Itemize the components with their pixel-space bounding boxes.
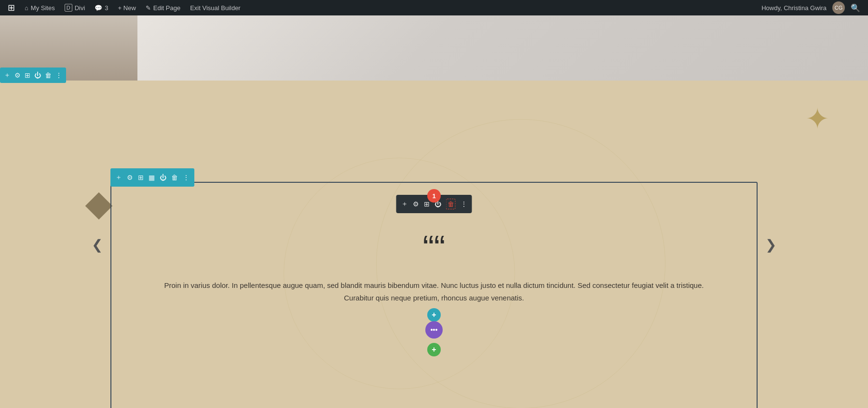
section-duplicate-icon[interactable]: ⊞	[138, 174, 144, 181]
my-sites-label: My Sites	[31, 4, 55, 12]
exit-vb-label: Exit Visual Builder	[190, 4, 241, 12]
section-delete-icon[interactable]: 🗑	[171, 174, 178, 181]
admin-bar: ⊞ ⌂ My Sites D Divi 💬 3 + New ✎ Edit Pag…	[0, 0, 868, 15]
deco-star: ✦	[805, 105, 829, 134]
divi-icon: D	[65, 4, 72, 12]
row-duplicate-icon[interactable]: ⊞	[25, 71, 30, 79]
add-button-top[interactable]: +	[427, 308, 441, 322]
my-sites-menu[interactable]: ⌂ My Sites	[21, 0, 59, 15]
section-settings-icon[interactable]: ⚙	[127, 174, 133, 181]
edit-page-label: Edit Page	[153, 4, 180, 12]
deco-diamond	[85, 192, 113, 220]
search-icon[interactable]: 🔍	[847, 3, 864, 13]
section-more-icon[interactable]: ⋮	[183, 174, 190, 181]
top-strip	[0, 15, 868, 81]
edit-page-btn[interactable]: ✎ Edit Page	[142, 0, 184, 15]
wp-logo[interactable]: ⊞	[4, 0, 19, 15]
more-options-button[interactable]: •••	[425, 321, 443, 339]
testimonial-box: ““ Proin in varius dolor. In pellentesqu…	[110, 182, 758, 408]
section-disable-icon[interactable]: ⏻	[160, 174, 166, 181]
row-delete-icon[interactable]: 🗑	[45, 71, 52, 79]
section-columns-icon[interactable]: ▦	[149, 174, 155, 181]
admin-bar-right: Howdy, Christina Gwira CG 🔍	[758, 1, 864, 14]
module-settings-icon[interactable]: ⚙	[413, 200, 419, 208]
top-image-right	[137, 15, 868, 81]
nav-arrow-left[interactable]: ❮	[92, 237, 103, 253]
row-add-icon[interactable]: ＋	[4, 71, 11, 80]
page-content: ＋ ⚙ ⊞ ⏻ 🗑 ⋮ ✦ ＋ ⚙ ⊞ ▦ ⏻ 🗑 ⋮ ““ Proin	[0, 15, 868, 408]
section-toolbar[interactable]: ＋ ⚙ ⊞ ▦ ⏻ 🗑 ⋮	[110, 168, 194, 187]
edit-icon: ✎	[146, 4, 151, 12]
comment-icon: 💬	[95, 4, 102, 12]
section-add-icon[interactable]: ＋	[115, 173, 122, 182]
nav-arrow-right[interactable]: ❯	[765, 237, 776, 253]
divi-label: Divi	[75, 4, 85, 12]
main-content: ✦ ＋ ⚙ ⊞ ▦ ⏻ 🗑 ⋮ ““ Proin in varius dolor…	[0, 81, 868, 408]
module-duplicate-icon[interactable]: ⊞	[424, 200, 430, 208]
exit-vb-btn[interactable]: Exit Visual Builder	[186, 0, 244, 15]
row-more-icon[interactable]: ⋮	[55, 71, 62, 79]
row-disable-icon[interactable]: ⏻	[34, 71, 41, 79]
howdy-label: Howdy, Christina Gwira	[758, 4, 830, 12]
divi-menu[interactable]: D Divi	[61, 0, 89, 15]
quote-marks: ““	[111, 231, 757, 265]
my-sites-icon: ⌂	[25, 4, 28, 12]
count-badge: 1	[427, 189, 441, 203]
module-more-icon[interactable]: ⋮	[461, 200, 467, 208]
new-label: + New	[118, 4, 136, 12]
comments-count: 3	[105, 4, 108, 12]
comments-menu[interactable]: 💬 3	[91, 0, 112, 15]
add-button-bottom[interactable]: +	[427, 343, 441, 356]
row-settings-icon[interactable]: ⚙	[14, 71, 21, 79]
testimonial-text: Proin in varius dolor. In pellentesque a…	[111, 270, 757, 313]
module-delete-icon[interactable]: 🗑	[446, 199, 456, 209]
new-menu[interactable]: + New	[114, 0, 140, 15]
module-add-icon[interactable]: ＋	[401, 200, 408, 208]
wp-icon: ⊞	[8, 2, 15, 13]
avatar: CG	[832, 1, 845, 14]
row-toolbar[interactable]: ＋ ⚙ ⊞ ⏻ 🗑 ⋮	[0, 68, 66, 83]
